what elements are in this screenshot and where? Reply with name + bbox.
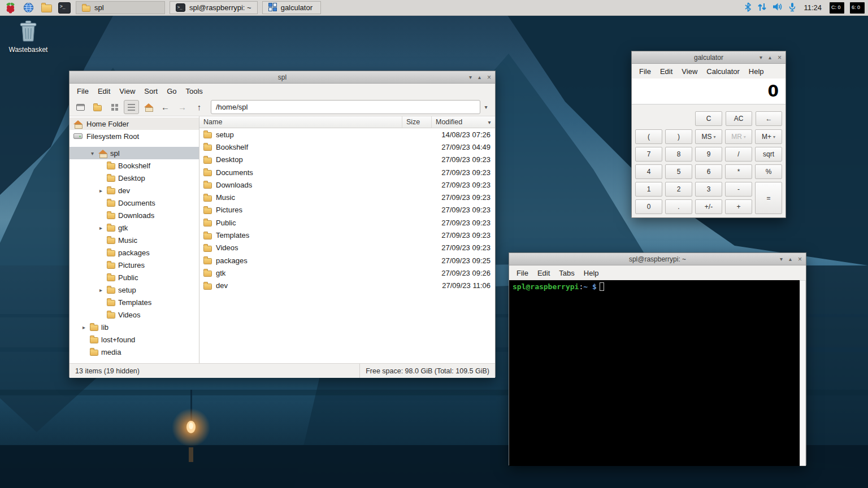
calc-button-6[interactable]: 6 <box>695 164 722 179</box>
calc-button--[interactable]: % <box>755 164 782 179</box>
tree-item-lost-found[interactable]: lost+found <box>70 333 199 346</box>
tree-item-lib[interactable]: ▸lib <box>70 321 199 333</box>
sidebar-item-filesystem-root[interactable]: Filesystem Root <box>70 130 199 142</box>
taskbar-window-galculator[interactable]: galculator <box>262 1 321 14</box>
calculator-titlebar[interactable]: galculator ▾ ▴ × <box>632 51 785 64</box>
calc-button--[interactable]: +/- <box>695 199 722 214</box>
file-row-documents[interactable]: Documents27/09/23 09:23 <box>199 166 495 178</box>
collapse-arrow-icon[interactable]: ▾ <box>89 150 96 156</box>
tree-item-documents[interactable]: Documents <box>70 197 199 209</box>
file-manager-titlebar[interactable]: spl ▾ ▴ × <box>70 71 495 84</box>
terminal-screen[interactable]: spl@raspberrypi:~ $ <box>509 280 806 466</box>
calc-button-2[interactable]: 2 <box>665 182 692 197</box>
calc-button-c[interactable]: C <box>695 111 722 126</box>
calc-button-sqrt[interactable]: sqrt <box>755 147 782 162</box>
home-button[interactable] <box>141 100 156 114</box>
file-row-bookshelf[interactable]: Bookshelf27/09/23 04:49 <box>199 141 495 153</box>
expand-arrow-icon[interactable]: ▸ <box>98 225 104 231</box>
tree-item-downloads[interactable]: Downloads <box>70 209 199 221</box>
tree-item-media[interactable]: media <box>70 346 199 358</box>
tree-item-spl[interactable]: ▾spl <box>70 147 199 159</box>
expand-arrow-icon[interactable]: ▸ <box>98 188 104 194</box>
clock[interactable]: 11:24 <box>801 3 824 12</box>
menu-file[interactable]: File <box>72 85 93 97</box>
calc-button--[interactable]: * <box>725 164 752 179</box>
list-view-button[interactable] <box>124 100 139 114</box>
raspberry-menu-icon[interactable] <box>3 1 17 15</box>
terminal-titlebar[interactable]: spl@raspberrypi: ~ ▾ ▴ × <box>509 253 806 265</box>
dropdown-arrow-icon[interactable]: ▾ <box>744 134 746 140</box>
menu-file[interactable]: File <box>512 267 533 279</box>
taskbar-window-file-manager[interactable]: spl <box>76 1 165 14</box>
menu-edit[interactable]: Edit <box>533 267 554 279</box>
menu-calculator[interactable]: Calculator <box>702 66 744 77</box>
column-header-size[interactable]: Size <box>402 116 432 128</box>
back-button[interactable]: ← <box>158 100 173 114</box>
close-button[interactable]: × <box>487 74 491 81</box>
network-updown-icon[interactable] <box>757 2 767 14</box>
dropdown-arrow-icon[interactable]: ▾ <box>713 134 715 140</box>
file-row-packages[interactable]: packages27/09/23 09:25 <box>199 254 495 267</box>
calc-button-9[interactable]: 9 <box>695 147 722 162</box>
close-button[interactable]: × <box>798 256 802 263</box>
maximize-button[interactable]: ▴ <box>789 256 792 262</box>
calc-button-m-[interactable]: M+▾ <box>755 129 782 144</box>
forward-button[interactable]: → <box>175 100 190 114</box>
tree-item-packages[interactable]: packages <box>70 246 199 259</box>
file-row-music[interactable]: Music27/09/23 09:23 <box>199 191 495 203</box>
calc-button-8[interactable]: 8 <box>665 147 692 162</box>
tree-item-desktop[interactable]: Desktop <box>70 172 199 184</box>
menu-edit[interactable]: Edit <box>656 66 677 77</box>
up-button[interactable]: ↑ <box>192 100 207 114</box>
menu-help[interactable]: Help <box>744 66 769 77</box>
file-row-setup[interactable]: setup14/08/23 07:26 <box>199 128 495 141</box>
tree-item-public[interactable]: Public <box>70 271 199 284</box>
icon-view-button[interactable] <box>107 100 122 114</box>
calc-button--[interactable]: + <box>725 199 752 214</box>
menu-file[interactable]: File <box>635 66 656 77</box>
cpu-monitor[interactable]: C: 0 <box>830 2 844 14</box>
calc-button--[interactable]: . <box>665 199 692 214</box>
tree-item-videos[interactable]: Videos <box>70 308 199 321</box>
column-header-name[interactable]: Name <box>199 116 402 128</box>
file-manager-icon[interactable] <box>40 1 53 15</box>
expand-arrow-icon[interactable]: ▸ <box>81 324 87 330</box>
calc-button-ac[interactable]: AC <box>726 111 752 126</box>
maximize-button[interactable]: ▴ <box>769 55 771 60</box>
minimize-button[interactable]: ▾ <box>469 75 472 80</box>
close-button[interactable]: × <box>778 54 782 61</box>
tree-item-setup[interactable]: ▸setup <box>70 284 199 296</box>
file-row-videos[interactable]: Videos27/09/23 09:23 <box>199 242 495 254</box>
dropdown-arrow-icon[interactable]: ▾ <box>773 134 775 140</box>
menu-tabs[interactable]: Tabs <box>554 267 579 279</box>
calc-button-5[interactable]: 5 <box>665 164 692 179</box>
path-dropdown-button[interactable]: ▾ <box>480 104 492 110</box>
file-row-downloads[interactable]: Downloads27/09/23 09:23 <box>199 178 495 191</box>
new-window-button[interactable] <box>90 100 105 114</box>
tree-item-templates[interactable]: Templates <box>70 296 199 308</box>
volume-icon[interactable] <box>772 2 783 13</box>
terminal-scrollbar[interactable] <box>800 280 806 466</box>
file-row-desktop[interactable]: Desktop27/09/23 09:23 <box>199 154 495 166</box>
calc-button-7[interactable]: 7 <box>635 147 662 162</box>
path-input[interactable]: /home/spl <box>211 100 480 114</box>
menu-tools[interactable]: Tools <box>181 85 207 97</box>
taskbar-window-terminal[interactable]: >_ spl@raspberrypi: ~ <box>170 1 258 14</box>
expand-arrow-icon[interactable]: ▸ <box>98 287 104 293</box>
menu-edit[interactable]: Edit <box>93 85 115 97</box>
new-tab-button[interactable] <box>73 100 88 114</box>
file-row-gtk[interactable]: gtk27/09/23 09:26 <box>199 267 495 279</box>
calc-button-4[interactable]: 4 <box>635 164 662 179</box>
calc-button--[interactable]: / <box>725 147 752 162</box>
calc-button--[interactable]: - <box>725 182 752 197</box>
tree-item-gtk[interactable]: ▸gtk <box>70 221 199 234</box>
menu-go[interactable]: Go <box>162 85 181 97</box>
menu-sort[interactable]: Sort <box>140 85 162 97</box>
calc-button--[interactable]: ( <box>635 129 662 144</box>
calc-button--[interactable]: = <box>755 182 782 214</box>
microphone-icon[interactable] <box>789 2 796 14</box>
calc-button-1[interactable]: 1 <box>635 182 662 197</box>
maximize-button[interactable]: ▴ <box>478 75 481 80</box>
calc-button-0[interactable]: 0 <box>635 199 662 214</box>
bluetooth-icon[interactable] <box>744 2 752 14</box>
